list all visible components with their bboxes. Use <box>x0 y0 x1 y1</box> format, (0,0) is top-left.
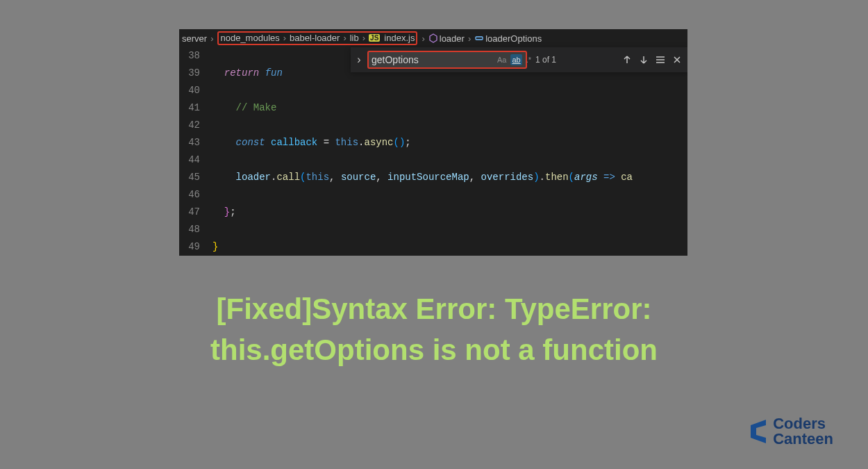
breadcrumb: server › node_modules › babel-loader › l… <box>179 29 687 47</box>
breadcrumb-item-loader[interactable]: loader <box>440 33 465 44</box>
breadcrumb-item-server[interactable]: server <box>182 33 207 44</box>
code-editor-screenshot: server › node_modules › babel-loader › l… <box>179 29 687 256</box>
svg-rect-0 <box>476 37 483 40</box>
line-number-gutter: 38 39 40 41 42 43 44 45 46 47 48 49 <box>179 47 212 256</box>
chevron-right-icon: › <box>210 33 213 44</box>
code-content[interactable]: return fun // Make const callback = this… <box>212 47 687 256</box>
breadcrumb-item-loaderoptions[interactable]: loaderOptions <box>485 33 542 44</box>
breadcrumb-highlighted-path: node_modules › babel-loader › lib › JS i… <box>217 31 417 45</box>
brand-name: Coders Canteen <box>773 416 833 447</box>
code-area[interactable]: 38 39 40 41 42 43 44 45 46 47 48 49 retu… <box>179 47 687 256</box>
breadcrumb-item-babel-loader[interactable]: babel-loader <box>290 33 340 43</box>
breadcrumb-item-node-modules[interactable]: node_modules <box>220 33 279 43</box>
article-title: [Fixed]Syntax Error: TypeError: this.get… <box>0 289 868 371</box>
js-file-icon: JS <box>369 34 380 42</box>
chevron-right-icon: › <box>422 33 424 44</box>
method-icon <box>428 33 438 43</box>
coderscanteen-icon <box>746 418 770 445</box>
variable-icon <box>474 33 484 43</box>
chevron-right-icon: › <box>283 33 286 43</box>
chevron-right-icon: › <box>362 33 365 43</box>
brand-logo: Coders Canteen <box>746 416 833 447</box>
chevron-right-icon: › <box>468 33 471 44</box>
breadcrumb-item-lib[interactable]: lib <box>350 33 359 43</box>
chevron-right-icon: › <box>343 33 346 43</box>
breadcrumb-item-indexjs[interactable]: index.js <box>384 33 415 43</box>
